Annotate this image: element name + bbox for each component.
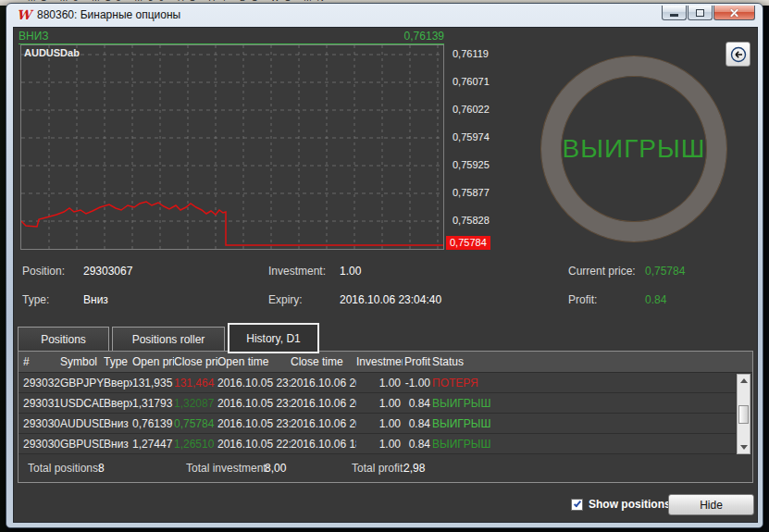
table-cell: 2016.10.06 20:38:03 (291, 377, 356, 390)
table-row[interactable]: 29303067AUDUSDabВниз0,761390,757842016.1… (19, 414, 736, 434)
profit-label: Profit: (568, 293, 597, 306)
table-cell: 1.00 (356, 397, 403, 410)
total-profit-label: Total profit: (352, 462, 406, 475)
table-cell: 2016.10.06 20:20:10 (291, 397, 356, 410)
price-chart[interactable]: AUDUSDab (20, 44, 444, 250)
scroll-down-button[interactable] (738, 441, 750, 453)
table-cell: Вниз (104, 417, 132, 430)
type-label: Type: (22, 293, 49, 306)
axis-tick: 0,76119 (453, 48, 489, 59)
column-header[interactable]: Type (104, 355, 132, 368)
maximize-button[interactable] (688, 6, 713, 20)
table-cell: 1,32087 (174, 397, 217, 410)
total-investment-value: 8,00 (265, 462, 286, 475)
table-cell: ВЫИГРЫШ (432, 438, 736, 451)
window-content: ВНИЗ 0,76139 AUDUSDab 0,76119 0,76071 0,… (13, 27, 758, 523)
column-header[interactable]: Close price (174, 355, 217, 368)
table-cell: 1,26510 (174, 438, 217, 451)
table-cell: 2016.10.06 18:50:29 (291, 438, 356, 451)
table-cell: 29303187 (23, 397, 60, 410)
table-rows: 29303220GBPJPYabВверх131,935131,4642016.… (19, 373, 736, 455)
table-cell: 2016.10.05 23:20:10 (217, 397, 291, 410)
close-button[interactable] (713, 6, 755, 20)
price-line-chart (21, 45, 443, 249)
axis-tick: 0,75974 (453, 131, 490, 142)
show-positions-label: Show positions (589, 498, 671, 511)
table-totals: Total positions: 8 Total investment: 8,0… (19, 455, 752, 482)
column-header[interactable]: Open price (132, 355, 174, 368)
position-label: Position: (22, 265, 65, 278)
column-header[interactable]: Symbol (60, 355, 104, 368)
table-row[interactable]: 29303025GBPUSDabВниз1,274471,265102016.1… (19, 434, 736, 454)
table-cell: Вверх (104, 397, 132, 410)
table-cell: AUDUSDab (60, 417, 104, 430)
investment-label: Investment: (268, 265, 326, 278)
table-body: 29303220GBPJPYabВверх131,935131,4642016.… (19, 373, 752, 455)
tab-bar: Positions Positions roller History, D1 (18, 320, 319, 352)
table-cell: 0,75784 (174, 417, 217, 430)
tab-positions-roller[interactable]: Positions roller (112, 327, 225, 352)
table-header-row: #SymbolTypeOpen priceClose priceOpen tim… (19, 352, 752, 373)
table-row[interactable]: 29303220GBPJPYabВверх131,935131,4642016.… (19, 373, 736, 393)
table-cell: 29303067 (23, 417, 60, 430)
table-cell: 131,464 (174, 377, 217, 390)
table-cell: 1,27447 (132, 438, 174, 451)
column-header[interactable]: Close time (291, 355, 356, 368)
chart-symbol-label: AUDUSDab (24, 47, 80, 58)
tab-history-d1[interactable]: History, D1 (228, 323, 319, 353)
result-label: ВЫИГРЫШ (563, 134, 706, 164)
table-cell: 1.00 (356, 438, 403, 451)
table-cell: ВЫИГРЫШ (432, 417, 736, 430)
table-cell: Вверх (104, 377, 132, 390)
table-cell: 2016.10.06 20:04:40 (291, 417, 356, 430)
profit-value: 0.84 (645, 293, 666, 306)
desktop-background: M1 M5 M15 M30 H1 H4 D1 W1 MN W 880360: Б… (0, 0, 769, 532)
type-value: Вниз (83, 293, 108, 306)
table-cell: 29303025 (23, 438, 60, 451)
close-icon (729, 7, 739, 18)
current-price-tag: 0,75784 (446, 236, 490, 250)
app-window: W 880360: Бинарные опционы ВНИЗ 0,76139 … (6, 3, 763, 528)
expiry-value: 2016.10.06 23:04:40 (340, 293, 441, 306)
checkmark-icon (574, 500, 581, 508)
current-price-label: Current price: (568, 265, 636, 278)
column-header[interactable]: Status (432, 355, 752, 368)
axis-tick: 0,75925 (453, 159, 490, 170)
axis-tick: 0,76022 (453, 104, 490, 115)
expiry-label: Expiry: (268, 293, 303, 306)
scrollbar-thumb[interactable] (738, 405, 749, 424)
total-positions-label: Total positions: (28, 462, 101, 475)
column-header[interactable]: Investment (356, 355, 403, 368)
show-positions-checkbox[interactable] (571, 499, 583, 511)
axis-tick: 0,75828 (453, 215, 490, 226)
table-cell: USDCADab (60, 397, 104, 410)
scroll-up-button[interactable] (738, 375, 750, 387)
table-cell: 2016.10.05 23:04:40 (217, 417, 291, 430)
table-scrollbar[interactable] (737, 374, 750, 454)
arrow-down-icon (740, 445, 748, 450)
hide-button[interactable]: Hide (668, 494, 754, 515)
table-row[interactable]: 29303187USDCADabВверх1,317931,320872016.… (19, 393, 736, 414)
tab-positions[interactable]: Positions (18, 327, 109, 352)
arrow-up-icon (740, 378, 748, 383)
price-axis: 0,76119 0,76071 0,76022 0,75974 0,75925 … (446, 44, 503, 255)
minimize-button[interactable] (662, 6, 687, 20)
table-cell: 0.84 (403, 417, 432, 430)
table-cell: 1.00 (356, 377, 403, 390)
total-profit-value: 2,98 (403, 462, 425, 475)
table-cell: 2016.10.05 23:38:03 (217, 377, 291, 390)
direction-label: ВНИЗ (19, 30, 49, 43)
position-value: 29303067 (83, 265, 132, 278)
total-positions-value: 8 (98, 462, 105, 475)
column-header[interactable]: # (23, 355, 60, 368)
column-header[interactable]: Profit (403, 355, 432, 368)
table-cell: -1.00 (403, 377, 432, 390)
table-cell: ВЫИГРЫШ (432, 397, 736, 410)
current-price-value: 0,75784 (645, 265, 685, 278)
price-line (21, 202, 443, 245)
window-titlebar[interactable]: W 880360: Бинарные опционы (6, 4, 763, 27)
table-cell: 0.84 (403, 438, 432, 451)
back-button[interactable] (726, 42, 750, 67)
axis-tick: 0,76071 (453, 76, 490, 87)
column-header[interactable]: Open time (217, 355, 291, 368)
